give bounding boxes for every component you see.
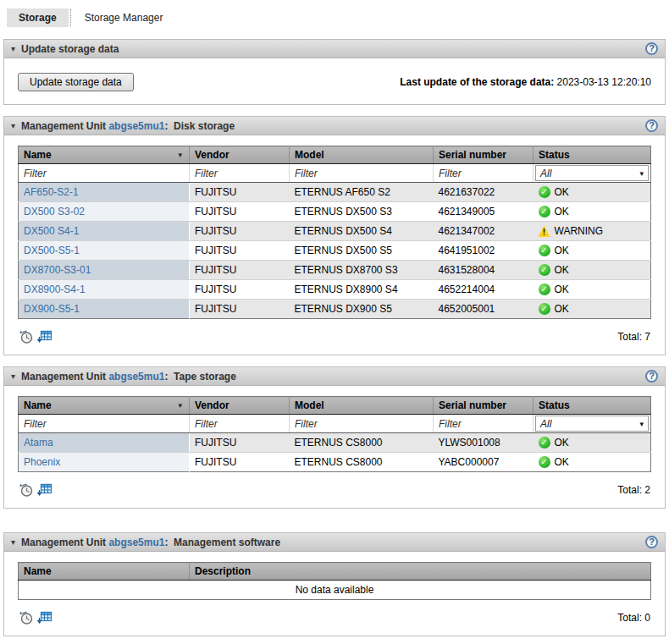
model-filter-input[interactable]: Filter: [290, 415, 434, 433]
column-header-serial[interactable]: Serial number: [434, 146, 534, 164]
column-header-serial[interactable]: Serial number: [434, 397, 534, 415]
status-ok-icon: [539, 437, 550, 449]
last-update-value: 2023-03-13 12:20:10: [554, 76, 651, 88]
model-cell: ETERNUS DX8700 S3: [290, 261, 434, 280]
column-header-model[interactable]: Model: [290, 146, 434, 164]
column-header-vendor[interactable]: Vendor: [190, 146, 290, 164]
last-update-label: Last update of the storage data:: [400, 76, 554, 88]
status-label: OK: [555, 245, 569, 256]
help-icon[interactable]: ?: [645, 536, 658, 548]
column-header-status[interactable]: Status: [534, 146, 651, 164]
management-unit-link[interactable]: abgse5mu1: [108, 371, 164, 383]
status-ok-icon: [539, 303, 550, 315]
storage-system-link[interactable]: DX8900-S4-1: [24, 283, 86, 295]
table-header-row: Name▾ Vendor Model Serial number Status: [19, 397, 651, 415]
status-label: OK: [555, 303, 569, 315]
panel-title: Management Unit abgse5mu1: Tape storage: [21, 371, 236, 383]
storage-system-link[interactable]: Phoenix: [24, 456, 60, 468]
export-table-icon[interactable]: [37, 329, 53, 344]
tape-storage-panel-header[interactable]: ▾ Management Unit abgse5mu1: Tape storag…: [4, 367, 665, 386]
collapse-arrow-icon[interactable]: ▾: [11, 44, 15, 53]
storage-system-link[interactable]: DX500-S5-1: [24, 245, 80, 256]
status-ok-icon: [539, 206, 550, 217]
table-row: Atama FUJITSU ETERNUS CS8000 YLWS001008 …: [19, 433, 651, 453]
status-filter-dropdown[interactable]: All▾: [535, 165, 649, 181]
vendor-cell: FUJITSU: [190, 183, 290, 202]
last-update-text: Last update of the storage data: 2023-03…: [400, 76, 651, 88]
serial-cell: 4641951002: [434, 241, 534, 261]
status-label: OK: [555, 186, 569, 198]
model-cell: ETERNUS DX500 S3: [290, 202, 434, 222]
tape-storage-panel: ▾ Management Unit abgse5mu1: Tape storag…: [3, 366, 666, 509]
serial-cell: 4621349005: [434, 202, 534, 222]
column-header-name[interactable]: Name▾: [19, 397, 190, 415]
export-table-icon[interactable]: [37, 610, 53, 625]
management-software-panel: ▾ Management Unit abgse5mu1: Management …: [3, 532, 666, 636]
vendor-cell: FUJITSU: [190, 261, 290, 280]
update-storage-data-button[interactable]: Update storage data: [18, 73, 134, 91]
table-row: DX8900-S4-1 FUJITSU ETERNUS DX8900 S4 46…: [19, 280, 651, 300]
sort-desc-icon: ▾: [178, 151, 182, 159]
chevron-down-icon: ▾: [639, 169, 644, 178]
disk-storage-panel-header[interactable]: ▾ Management Unit abgse5mu1: Disk storag…: [4, 117, 665, 135]
update-storage-panel-header[interactable]: ▾ Update storage data ?: [4, 40, 665, 58]
status-label: WARNING: [555, 225, 604, 237]
tab-storage-manager[interactable]: Storage Manager: [73, 8, 175, 27]
disk-storage-table: Name▾ Vendor Model Serial number Status …: [18, 146, 651, 319]
status-ok-icon: [539, 245, 550, 256]
model-filter-input[interactable]: Filter: [290, 164, 434, 183]
status-label: OK: [555, 437, 569, 449]
model-cell: ETERNUS DX500 S4: [290, 222, 434, 241]
help-icon[interactable]: ?: [645, 119, 658, 132]
column-header-name[interactable]: Name▾: [19, 146, 190, 164]
name-filter-input[interactable]: Filter: [19, 164, 190, 183]
history-icon[interactable]: [18, 482, 34, 498]
storage-system-link[interactable]: DX8700-S3-01: [24, 264, 91, 276]
table-row: DX500 S3-02 FUJITSU ETERNUS DX500 S3 462…: [19, 202, 651, 222]
management-unit-link[interactable]: abgse5mu1: [108, 537, 164, 548]
model-cell: ETERNUS DX500 S5: [290, 241, 434, 261]
column-header-name[interactable]: Name: [19, 563, 190, 581]
total-count: Total: 0: [617, 612, 650, 624]
status-ok-icon: [539, 186, 550, 198]
serial-filter-input[interactable]: Filter: [434, 415, 534, 433]
help-icon[interactable]: ?: [645, 42, 658, 55]
tab-storage[interactable]: Storage: [7, 8, 69, 27]
status-filter-dropdown[interactable]: All▾: [535, 416, 649, 432]
collapse-arrow-icon[interactable]: ▾: [11, 537, 15, 547]
history-icon[interactable]: [18, 610, 34, 625]
update-storage-panel: ▾ Update storage data ? Update storage d…: [3, 39, 666, 105]
column-header-status[interactable]: Status: [534, 397, 651, 415]
name-filter-input[interactable]: Filter: [19, 415, 190, 433]
column-header-vendor[interactable]: Vendor: [190, 397, 290, 415]
table-header-row: Name Description: [19, 563, 651, 581]
column-header-model[interactable]: Model: [290, 397, 434, 415]
panel-title: Update storage data: [21, 43, 119, 55]
disk-storage-panel: ▾ Management Unit abgse5mu1: Disk storag…: [3, 116, 666, 355]
column-header-description[interactable]: Description: [190, 563, 651, 581]
serial-cell: 4631528004: [434, 261, 534, 280]
storage-system-link[interactable]: DX500 S3-02: [24, 206, 85, 217]
serial-filter-input[interactable]: Filter: [434, 164, 534, 183]
vendor-filter-input[interactable]: Filter: [190, 164, 290, 183]
collapse-arrow-icon[interactable]: ▾: [11, 121, 15, 130]
help-icon[interactable]: ?: [645, 370, 658, 383]
storage-system-link[interactable]: DX500 S4-1: [24, 225, 79, 237]
model-cell: ETERNUS DX900 S5: [290, 300, 434, 319]
table-row: DX500 S4-1 FUJITSU ETERNUS DX500 S4 4621…: [19, 222, 651, 241]
vendor-cell: FUJITSU: [190, 300, 290, 319]
history-icon[interactable]: [18, 329, 34, 344]
serial-cell: 4652005001: [434, 300, 534, 319]
status-ok-icon: [539, 283, 550, 295]
management-unit-link[interactable]: abgse5mu1: [108, 120, 164, 132]
storage-system-link[interactable]: DX900-S5-1: [24, 303, 80, 315]
vendor-filter-input[interactable]: Filter: [190, 415, 290, 433]
total-count: Total: 2: [617, 484, 650, 496]
storage-system-link[interactable]: Atama: [24, 437, 53, 449]
management-software-table: Name Description No data available: [18, 562, 651, 600]
export-table-icon[interactable]: [37, 482, 53, 498]
storage-system-link[interactable]: AF650-S2-1: [24, 186, 79, 198]
collapse-arrow-icon[interactable]: ▾: [11, 372, 15, 381]
panel-title: Management Unit abgse5mu1: Disk storage: [21, 120, 235, 132]
management-software-panel-header[interactable]: ▾ Management Unit abgse5mu1: Management …: [4, 533, 665, 552]
